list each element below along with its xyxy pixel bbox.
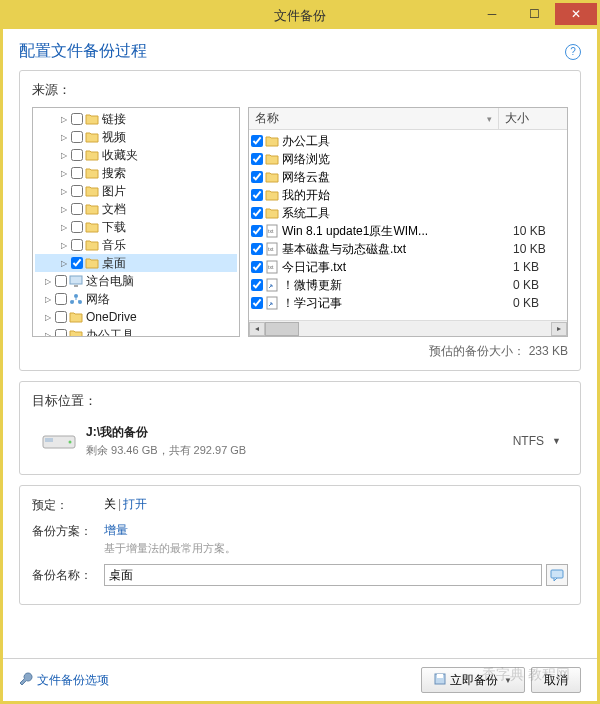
list-item[interactable]: ！微博更新0 KB [251,276,565,294]
tree-item[interactable]: ▷下载 [35,218,237,236]
tree-item[interactable]: ▷链接 [35,110,237,128]
tree-expander-icon[interactable]: ▷ [59,150,69,160]
tree-expander-icon[interactable]: ▷ [59,186,69,196]
column-header-size[interactable]: 大小 [499,108,567,129]
tree-checkbox[interactable] [71,257,83,269]
list-item[interactable]: 网络浏览 [251,150,565,168]
tree-expander-icon[interactable]: ▷ [59,204,69,214]
list-checkbox[interactable] [251,243,263,255]
tree-item-label: 下载 [102,219,126,236]
tree-checkbox[interactable] [55,329,67,336]
list-item[interactable]: 办公工具 [251,132,565,150]
list-item-size: 10 KB [509,242,565,256]
list-item[interactable]: 我的开始 [251,186,565,204]
tree-item[interactable]: ▷视频 [35,128,237,146]
shortcut-icon [265,296,279,310]
folder-icon [69,329,83,336]
tree-checkbox[interactable] [55,311,67,323]
schedule-label: 预定： [32,496,104,514]
cancel-button[interactable]: 取消 [531,667,581,693]
list-checkbox[interactable] [251,171,263,183]
tree-checkbox[interactable] [71,167,83,179]
tree-item[interactable]: ▷办公工具 [35,326,237,336]
tree-item[interactable]: ▷文档 [35,200,237,218]
tree-expander-icon[interactable]: ▷ [59,240,69,250]
schedule-open-link[interactable]: 打开 [123,497,147,511]
tree-expander-icon[interactable]: ▷ [43,312,53,322]
list-checkbox[interactable] [251,225,263,237]
tree-expander-icon[interactable]: ▷ [59,258,69,268]
titlebar[interactable]: 文件备份 ─ ☐ ✕ [3,3,597,29]
scroll-thumb[interactable] [265,322,299,336]
tree-item[interactable]: ▷网络 [35,290,237,308]
tree-list[interactable]: ▷链接▷视频▷收藏夹▷搜索▷图片▷文档▷下载▷音乐▷桌面▷这台电脑▷网络▷One… [33,108,239,336]
scheme-link[interactable]: 增量 [104,523,128,537]
minimize-button[interactable]: ─ [471,3,513,25]
backup-now-button[interactable]: 立即备份 ▼ [421,667,525,693]
tree-expander-icon[interactable]: ▷ [59,132,69,142]
tree-checkbox[interactable] [55,275,67,287]
scroll-track[interactable] [265,322,551,336]
tree-expander-icon[interactable]: ▷ [43,276,53,286]
list-checkbox[interactable] [251,207,263,219]
tree-item[interactable]: ▷音乐 [35,236,237,254]
tree-checkbox[interactable] [71,203,83,215]
list-checkbox[interactable] [251,153,263,165]
list-item-name: 网络云盘 [282,169,330,186]
tree-item[interactable]: ▷桌面 [35,254,237,272]
list-item[interactable]: txt基本磁盘与动态磁盘.txt10 KB [251,240,565,258]
list-checkbox[interactable] [251,279,263,291]
tree-item[interactable]: ▷搜索 [35,164,237,182]
maximize-button[interactable]: ☐ [513,3,555,25]
source-panel: 来源： ▷链接▷视频▷收藏夹▷搜索▷图片▷文档▷下载▷音乐▷桌面▷这台电脑▷网络… [19,70,581,371]
tree-pane: ▷链接▷视频▷收藏夹▷搜索▷图片▷文档▷下载▷音乐▷桌面▷这台电脑▷网络▷One… [32,107,240,337]
backup-options-link[interactable]: 文件备份选项 [19,672,109,689]
list-item[interactable]: txtWin 8.1 update1原生WIM...10 KB [251,222,565,240]
tree-checkbox[interactable] [71,221,83,233]
tree-checkbox[interactable] [71,185,83,197]
target-expand-button[interactable]: ▼ [552,436,564,446]
tree-checkbox[interactable] [71,239,83,251]
tree-checkbox[interactable] [71,131,83,143]
tree-item[interactable]: ▷图片 [35,182,237,200]
tree-item-label: 桌面 [102,255,126,272]
svg-rect-0 [70,276,82,284]
list-item-name: 今日记事.txt [282,259,346,276]
tree-expander-icon[interactable]: ▷ [59,222,69,232]
tree-item[interactable]: ▷收藏夹 [35,146,237,164]
scroll-left-button[interactable]: ◂ [249,322,265,336]
tree-item-label: 收藏夹 [102,147,138,164]
list-item[interactable]: ！学习记事0 KB [251,294,565,312]
svg-point-15 [69,441,72,444]
sort-indicator-icon: ▾ [487,114,492,124]
horizontal-scrollbar[interactable]: ◂ ▸ [249,320,567,336]
list-checkbox[interactable] [251,135,263,147]
tree-expander-icon[interactable]: ▷ [43,330,53,336]
help-icon[interactable]: ? [565,44,581,60]
scroll-right-button[interactable]: ▸ [551,322,567,336]
backup-name-input[interactable] [104,564,542,586]
folder-icon [85,149,99,161]
scheme-hint: 基于增量法的最常用方案。 [104,541,568,556]
tree-checkbox[interactable] [55,293,67,305]
list-checkbox[interactable] [251,189,263,201]
column-header-name[interactable]: 名称 ▾ [249,108,499,129]
tree-item[interactable]: ▷这台电脑 [35,272,237,290]
list-item[interactable]: 网络云盘 [251,168,565,186]
tree-expander-icon[interactable]: ▷ [59,168,69,178]
list-item[interactable]: 系统工具 [251,204,565,222]
tree-expander-icon[interactable]: ▷ [43,294,53,304]
tree-item[interactable]: ▷OneDrive [35,308,237,326]
tree-expander-icon[interactable]: ▷ [59,114,69,124]
list-body[interactable]: 办公工具网络浏览网络云盘我的开始系统工具txtWin 8.1 update1原生… [249,130,567,320]
list-item[interactable]: txt今日记事.txt1 KB [251,258,565,276]
list-checkbox[interactable] [251,261,263,273]
tree-checkbox[interactable] [71,113,83,125]
tree-checkbox[interactable] [71,149,83,161]
list-checkbox[interactable] [251,297,263,309]
close-button[interactable]: ✕ [555,3,597,25]
list-item-name: ！学习记事 [282,295,342,312]
comment-button[interactable] [546,564,568,586]
footer: 文件备份选项 立即备份 ▼ 取消 [3,658,597,701]
target-row[interactable]: J:\我的备份 剩余 93.46 GB，共有 292.97 GB NTFS ▼ [32,418,568,464]
